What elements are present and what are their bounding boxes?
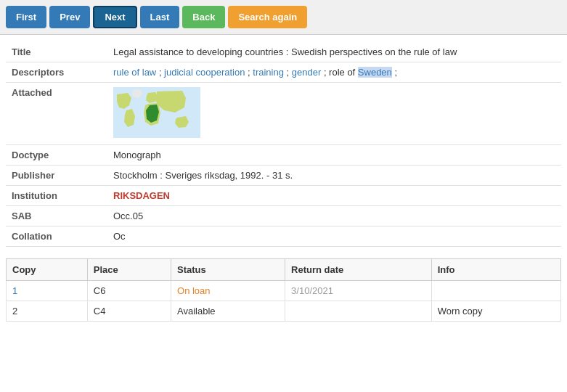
descriptors-row: Descriptors rule of law ; judicial coope… bbox=[6, 62, 561, 83]
copy-row-2: 2 C4 Available Worn copy bbox=[7, 301, 561, 322]
copy-table: Copy Place Status Return date Info 1 C6 … bbox=[6, 258, 561, 322]
copy-number-2: 2 bbox=[7, 301, 88, 322]
toolbar: First Prev Next Last Back Search again bbox=[0, 0, 567, 35]
collation-row: Collation Oc bbox=[6, 226, 561, 247]
sab-row: SAB Occ.05 bbox=[6, 206, 561, 226]
copy-number-1: 1 bbox=[7, 281, 88, 301]
sab-label: SAB bbox=[6, 206, 107, 226]
doctype-label: Doctype bbox=[6, 145, 107, 166]
info-2: Worn copy bbox=[431, 301, 560, 322]
institution-label: Institution bbox=[6, 186, 107, 206]
prev-button[interactable]: Prev bbox=[49, 6, 90, 28]
title-label: Title bbox=[6, 42, 107, 62]
descriptor-sweden[interactable]: Sweden bbox=[358, 67, 392, 78]
collation-label: Collation bbox=[6, 226, 107, 247]
attached-row: Attached bbox=[6, 83, 561, 145]
copy-table-header-row: Copy Place Status Return date Info bbox=[7, 259, 561, 281]
descriptors-value: rule of law ; judicial cooperation ; tra… bbox=[107, 62, 561, 83]
descriptor-rule-of-law[interactable]: rule of law bbox=[113, 67, 156, 78]
return-date-1: 3/10/2021 bbox=[285, 281, 432, 301]
descriptors-label: Descriptors bbox=[6, 62, 107, 83]
institution-row: Institution RIKSDAGEN bbox=[6, 186, 561, 206]
title-row: Title Legal assistance to developing cou… bbox=[6, 42, 561, 62]
title-value: Legal assistance to developing countries… bbox=[107, 42, 561, 62]
doctype-row: Doctype Monograph bbox=[6, 145, 561, 166]
search-again-button[interactable]: Search again bbox=[228, 6, 307, 28]
back-button[interactable]: Back bbox=[182, 6, 225, 28]
status-col-header: Status bbox=[171, 259, 285, 281]
return-date-col-header: Return date bbox=[285, 259, 432, 281]
descriptor-gender[interactable]: gender bbox=[292, 67, 321, 78]
attached-label: Attached bbox=[6, 83, 107, 145]
doctype-value: Monograph bbox=[107, 145, 561, 166]
last-button[interactable]: Last bbox=[140, 6, 180, 28]
place-col-header: Place bbox=[87, 259, 171, 281]
collation-value: Oc bbox=[107, 226, 561, 247]
info-table: Title Legal assistance to developing cou… bbox=[6, 42, 561, 247]
place-1: C6 bbox=[87, 281, 171, 301]
next-button[interactable]: Next bbox=[93, 6, 136, 28]
world-map-image bbox=[113, 87, 200, 138]
attached-map bbox=[107, 83, 561, 145]
place-2: C4 bbox=[87, 301, 171, 322]
return-date-2 bbox=[285, 301, 432, 322]
info-1 bbox=[431, 281, 560, 301]
copy-col-header: Copy bbox=[7, 259, 88, 281]
copy-link-1[interactable]: 1 bbox=[12, 285, 17, 296]
institution-value: RIKSDAGEN bbox=[107, 186, 561, 206]
status-1: On loan bbox=[171, 281, 285, 301]
descriptor-training[interactable]: training bbox=[253, 67, 284, 78]
main-content: Title Legal assistance to developing cou… bbox=[0, 35, 567, 329]
publisher-value: Stockholm : Sveriges riksdag, 1992. - 31… bbox=[107, 166, 561, 186]
publisher-row: Publisher Stockholm : Sveriges riksdag, … bbox=[6, 166, 561, 186]
publisher-label: Publisher bbox=[6, 166, 107, 186]
copy-row-1: 1 C6 On loan 3/10/2021 bbox=[7, 281, 561, 301]
descriptor-judicial-cooperation[interactable]: judicial cooperation bbox=[164, 67, 245, 78]
sab-value: Occ.05 bbox=[107, 206, 561, 226]
info-col-header: Info bbox=[431, 259, 560, 281]
first-button[interactable]: First bbox=[6, 6, 46, 28]
status-2: Available bbox=[171, 301, 285, 322]
